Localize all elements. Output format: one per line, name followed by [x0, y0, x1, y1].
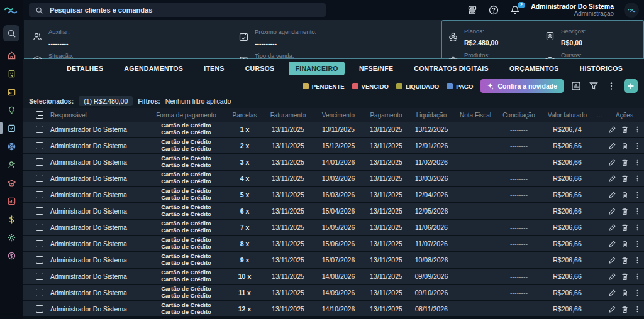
edit-icon[interactable]: [608, 305, 616, 313]
tab-cursos[interactable]: CURSOS: [239, 62, 281, 75]
avatar[interactable]: [624, 3, 639, 18]
proximo-label: Próximo agendamento:: [255, 28, 316, 35]
bell-icon[interactable]: 2: [509, 4, 521, 16]
row-checkbox[interactable]: [36, 191, 43, 198]
delete-icon[interactable]: [621, 142, 629, 150]
confira-novidade-button[interactable]: Confira a novidade: [480, 79, 564, 93]
row-checkbox[interactable]: [36, 126, 43, 133]
help-icon[interactable]: [488, 4, 499, 16]
delete-icon[interactable]: [621, 158, 629, 166]
edit-icon[interactable]: [608, 240, 616, 248]
search-input[interactable]: [50, 6, 319, 14]
tab-nfse-nfe[interactable]: NFSE/NFE: [353, 62, 399, 75]
building-icon[interactable]: [3, 67, 20, 80]
responsavel-cell: Administrador Do Sistema: [50, 240, 146, 247]
delete-icon[interactable]: [621, 289, 629, 297]
liquidacao-cell: 12/04/2026: [409, 191, 454, 198]
row-checkbox[interactable]: [36, 273, 43, 280]
edit-icon[interactable]: [608, 126, 616, 134]
coin-icon[interactable]: [3, 249, 20, 262]
table-row: Administrador Do Sistema Cartão de Crédi…: [23, 252, 644, 269]
edit-icon[interactable]: [608, 207, 616, 215]
row-checkbox[interactable]: [36, 240, 43, 247]
row-menu-icon[interactable]: [633, 158, 641, 166]
row-checkbox[interactable]: [36, 142, 43, 149]
delete-icon[interactable]: [621, 273, 629, 281]
delete-icon[interactable]: [621, 126, 629, 134]
pos-device-icon[interactable]: [467, 4, 478, 16]
edit-icon[interactable]: [608, 273, 616, 281]
row-menu-icon[interactable]: [633, 191, 641, 199]
tab-contratos-digitais[interactable]: CONTRATOS DIGITAIS: [408, 62, 495, 75]
person-icon[interactable]: [3, 158, 20, 171]
search-icon[interactable]: [3, 25, 19, 41]
tab-detalhes[interactable]: DETALHES: [60, 62, 109, 75]
row-menu-icon[interactable]: [633, 224, 641, 232]
row-checkbox[interactable]: [36, 207, 43, 215]
gear-icon[interactable]: [3, 230, 20, 244]
delete-icon[interactable]: [621, 191, 629, 199]
parcelas-cell: 7 x: [226, 224, 263, 231]
add-button[interactable]: [624, 79, 638, 93]
graduation-cap-icon[interactable]: [3, 176, 20, 190]
sidebar-nav: [0, 25, 23, 262]
valor-faturado-cell: R$206,66: [541, 142, 594, 149]
row-checkbox[interactable]: [36, 289, 43, 296]
liquidacao-cell: 08/11/2026: [409, 305, 454, 313]
edit-icon[interactable]: [608, 158, 616, 166]
delete-icon[interactable]: [621, 175, 629, 183]
edit-icon[interactable]: [608, 289, 616, 297]
tab-financeiro[interactable]: FINANCEIRO: [289, 62, 344, 75]
select-all-checkbox[interactable]: [36, 111, 43, 119]
row-menu-icon[interactable]: [633, 207, 641, 215]
row-menu-icon[interactable]: [633, 240, 641, 248]
edit-icon[interactable]: [608, 224, 616, 232]
row-menu-icon[interactable]: [633, 142, 641, 150]
parcelas-cell: 6 x: [226, 207, 263, 215]
delete-icon[interactable]: [621, 240, 629, 248]
global-search[interactable]: [29, 3, 326, 17]
document-check-icon[interactable]: [3, 121, 20, 135]
edit-icon[interactable]: [608, 256, 616, 264]
parcelas-cell: 9 x: [226, 256, 263, 264]
conciliacao-cell: --------: [497, 305, 541, 313]
delete-icon[interactable]: [621, 305, 629, 313]
bar-chart-icon[interactable]: [3, 194, 20, 208]
tab-historicos[interactable]: HISTÓRICOS: [574, 62, 629, 75]
row-menu-icon[interactable]: [633, 256, 641, 264]
vencido-swatch: [352, 83, 358, 89]
row-checkbox[interactable]: [36, 305, 43, 313]
row-menu-icon[interactable]: [633, 273, 641, 281]
row-menu-icon[interactable]: [633, 305, 641, 313]
valor-faturado-cell: R$206,66: [541, 158, 594, 166]
user-menu[interactable]: Administrador Do Sistema Administração: [531, 3, 614, 18]
filter-icon[interactable]: [589, 81, 599, 91]
home-icon[interactable]: [3, 48, 20, 62]
more-icon[interactable]: [606, 81, 616, 91]
row-menu-icon[interactable]: [633, 289, 641, 297]
tab-orcamentos[interactable]: ORÇAMENTOS: [503, 62, 565, 75]
row-checkbox[interactable]: [36, 224, 43, 231]
table-row: Administrador Do Sistema Cartão de Crédi…: [23, 122, 644, 138]
row-menu-icon[interactable]: [633, 126, 641, 134]
delete-icon[interactable]: [621, 207, 629, 215]
lightbulb-icon[interactable]: [3, 103, 20, 117]
pagamento-cell: 13/11/2025: [364, 273, 409, 280]
edit-icon[interactable]: [608, 142, 616, 150]
chart-icon[interactable]: [571, 81, 581, 91]
valor-faturado-cell: R$206,66: [541, 240, 594, 247]
delete-icon[interactable]: [621, 224, 629, 232]
dollar-icon[interactable]: [3, 212, 20, 226]
row-checkbox[interactable]: [36, 256, 43, 264]
row-checkbox[interactable]: [36, 175, 43, 182]
delete-icon[interactable]: [621, 256, 629, 264]
target-icon[interactable]: [3, 139, 20, 153]
table-row: Administrador Do Sistema Cartão de Crédi…: [23, 220, 644, 236]
edit-icon[interactable]: [608, 191, 616, 199]
tab-itens[interactable]: ITENS: [197, 62, 230, 75]
tab-agendamentos[interactable]: AGENDAMENTOS: [118, 62, 189, 75]
row-menu-icon[interactable]: [633, 175, 641, 183]
calendar-clipboard-icon[interactable]: [3, 85, 20, 99]
row-checkbox[interactable]: [36, 158, 43, 166]
edit-icon[interactable]: [608, 175, 616, 183]
